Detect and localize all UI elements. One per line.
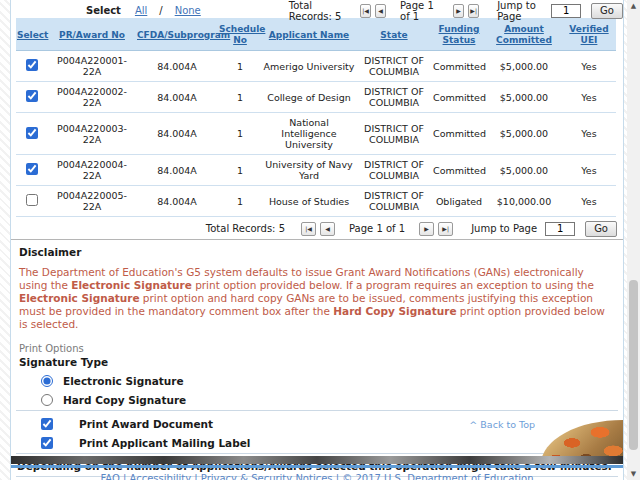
pager-bottom: Total Records: 5 |◀ ◀ Page 1 of 1 ▶ ▶| J… [11, 217, 623, 237]
electronic-signature-option: Electronic Signature [41, 375, 623, 387]
cell-pr-award-no: P004A220001-22A [48, 51, 136, 82]
disclaimer-bold-electronic-signature: Electronic Signature [71, 279, 192, 291]
hard-copy-signature-label[interactable]: Hard Copy Signature [63, 394, 186, 406]
go-button[interactable]: Go [585, 221, 617, 237]
cell-amount-committed: $5,000.00 [486, 82, 562, 113]
back-to-top-link[interactable]: ^ Back to Top [469, 419, 535, 430]
header-cfda-subprogram[interactable]: CFDA/Subprogram [136, 19, 218, 51]
electronic-signature-label[interactable]: Electronic Signature [63, 375, 184, 387]
table-row: P004A220004-22A 84.004A 1 University of … [16, 155, 616, 186]
cell-funding-status: Committed [432, 82, 486, 113]
print-options-label: Print Options [19, 343, 623, 354]
print-mailing-label-option: Print Applicant Mailing Label [41, 437, 623, 449]
awards-table: Select PR/Award No CFDA/Subprogram Sched… [16, 18, 616, 217]
prev-page-button[interactable]: ◀ [320, 222, 335, 236]
table-row: P004A220001-22A 84.004A 1 Amerigo Univer… [16, 51, 616, 82]
electronic-signature-radio[interactable] [41, 375, 53, 387]
cell-applicant-name: College of Design [262, 82, 356, 113]
header-applicant-name[interactable]: Applicant Name [262, 19, 356, 51]
next-page-icon: ▶ [424, 225, 429, 232]
prev-page-icon: ◀ [378, 7, 383, 14]
print-award-checkbox[interactable] [41, 418, 53, 430]
scroll-down-icon[interactable]: ▼ [627, 468, 640, 480]
cell-cfda: 84.004A [136, 186, 218, 217]
cell-pr-award-no: P004A220003-22A [48, 113, 136, 155]
cell-funding-status: Obligated [432, 186, 486, 217]
footer-accent-line [11, 465, 623, 468]
print-mailing-label-checkbox[interactable] [41, 437, 53, 449]
cell-cfda: 84.004A [136, 82, 218, 113]
cell-cfda: 84.004A [136, 51, 218, 82]
table-header-row: Select PR/Award No CFDA/Subprogram Sched… [16, 19, 616, 51]
print-award-label[interactable]: Print Award Document [79, 418, 213, 430]
header-amount-committed[interactable]: Amount Committed [486, 19, 562, 51]
hard-copy-signature-radio[interactable] [41, 394, 53, 406]
next-page-button[interactable]: ▶ [419, 222, 434, 236]
cell-state: DISTRICT OF COLUMBIA [356, 155, 432, 186]
select-all-link[interactable]: All [135, 5, 147, 16]
cell-state: DISTRICT OF COLUMBIA [356, 82, 432, 113]
jump-to-page-label: Jump to Page [497, 0, 543, 22]
prev-page-button[interactable]: ◀ [375, 4, 386, 18]
cell-schedule-no: 1 [218, 155, 262, 186]
vertical-scrollbar[interactable]: ▲ ▼ [627, 0, 640, 480]
cell-cfda: 84.004A [136, 113, 218, 155]
hard-copy-signature-option: Hard Copy Signature [41, 394, 623, 406]
header-select[interactable]: Select [16, 19, 48, 51]
cell-amount-committed: $5,000.00 [486, 155, 562, 186]
select-none-link[interactable]: None [175, 5, 201, 16]
row-select-checkbox[interactable] [26, 163, 38, 175]
row-select-checkbox[interactable] [26, 90, 38, 102]
go-button[interactable]: Go [591, 3, 623, 19]
next-page-button[interactable]: ▶ [453, 4, 464, 18]
last-page-button[interactable]: ▶| [468, 4, 479, 18]
cell-applicant-name: University of Navy Yard [262, 155, 356, 186]
first-page-icon: |◀ [362, 7, 369, 14]
total-records: Total Records: 5 [206, 223, 285, 234]
disclaimer-heading: Disclaimer [19, 246, 623, 258]
cell-state: DISTRICT OF COLUMBIA [356, 113, 432, 155]
print-mailing-label-label[interactable]: Print Applicant Mailing Label [79, 437, 250, 449]
cell-schedule-no: 1 [218, 186, 262, 217]
jump-to-page-input[interactable] [551, 4, 581, 18]
header-funding-status[interactable]: Funding Status [432, 19, 486, 51]
cell-funding-status: Committed [432, 51, 486, 82]
cell-verified-uei: Yes [562, 82, 616, 113]
table-row: P004A220005-22A 84.004A 1 House of Studi… [16, 186, 616, 217]
row-select-checkbox[interactable] [26, 59, 38, 71]
header-state[interactable]: State [356, 19, 432, 51]
select-slash: / [159, 5, 162, 16]
cell-applicant-name: House of Studies [262, 186, 356, 217]
page-background: Select All / None Total Records: 5 |◀ ◀ … [0, 0, 640, 480]
header-pr-award-no[interactable]: PR/Award No [48, 19, 136, 51]
row-select-checkbox[interactable] [26, 194, 38, 206]
footer-bar [11, 456, 623, 464]
cell-pr-award-no: P004A220004-22A [48, 155, 136, 186]
cell-verified-uei: Yes [562, 155, 616, 186]
page-indicator: Page 1 of 1 [400, 0, 439, 22]
last-page-button[interactable]: ▶| [438, 222, 453, 236]
pager-top: Select All / None Total Records: 5 |◀ ◀ … [11, 0, 623, 18]
first-page-button[interactable]: |◀ [360, 4, 371, 18]
divider [16, 410, 618, 411]
header-schedule-no[interactable]: Schedule No [218, 19, 262, 51]
scrollbar-thumb[interactable] [629, 280, 638, 450]
first-page-button[interactable]: |◀ [301, 222, 316, 236]
cell-pr-award-no: P004A220002-22A [48, 82, 136, 113]
total-records: Total Records: 5 [289, 0, 344, 22]
cell-pr-award-no: P004A220005-22A [48, 186, 136, 217]
jump-to-page-input[interactable] [545, 222, 575, 236]
disclaimer-text: The Department of Education's G5 system … [19, 266, 613, 331]
first-page-icon: |◀ [305, 225, 312, 232]
header-verified-uei[interactable]: Verified UEI [562, 19, 616, 51]
cell-applicant-name: National Intelligence University [262, 113, 356, 155]
cell-amount-committed: $5,000.00 [486, 51, 562, 82]
table-row: P004A220003-22A 84.004A 1 National Intel… [16, 113, 616, 155]
scroll-up-icon[interactable]: ▲ [627, 0, 640, 12]
content-area: Select All / None Total Records: 5 |◀ ◀ … [10, 0, 624, 480]
disclaimer-segment: print option provided below. If a progra… [192, 279, 594, 291]
row-select-checkbox[interactable] [26, 127, 38, 139]
cell-state: DISTRICT OF COLUMBIA [356, 186, 432, 217]
disclaimer-bold-electronic-signature: Electronic Signature [19, 292, 140, 304]
disclaimer-bold-hard-copy-signature: Hard Copy Signature [333, 305, 456, 317]
